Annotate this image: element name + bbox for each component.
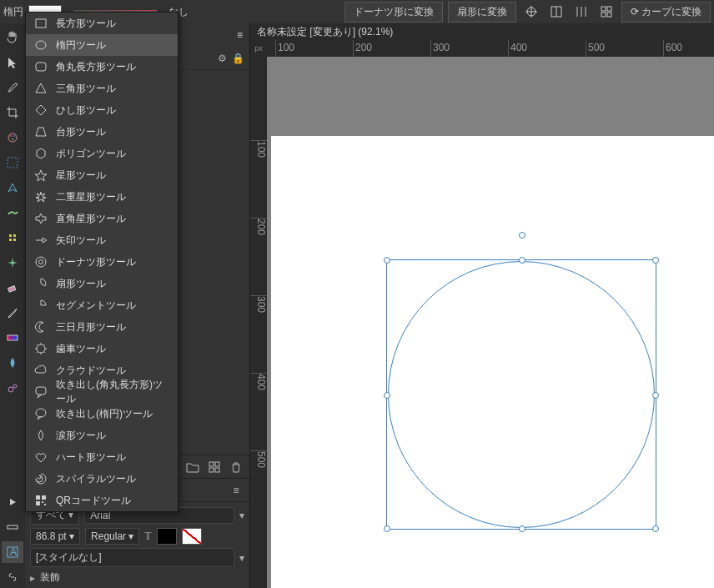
artboard[interactable] xyxy=(271,136,714,588)
shape-menu-item[interactable]: 角丸長方形ツール xyxy=(26,56,178,78)
convert-fan-button[interactable]: 扇形に変換 xyxy=(448,2,516,23)
shape-item-icon xyxy=(34,494,48,507)
svg-rect-21 xyxy=(8,286,16,292)
shape-menu-item[interactable]: 三日月形ツール xyxy=(26,316,178,338)
svg-rect-42 xyxy=(36,501,40,505)
ruler-icon[interactable] xyxy=(2,516,23,538)
selection-handle[interactable] xyxy=(652,525,659,532)
style-select[interactable]: [スタイルなし] xyxy=(30,548,234,567)
svg-rect-10 xyxy=(601,13,606,17)
svg-rect-20 xyxy=(13,239,16,241)
selection-handle[interactable] xyxy=(384,257,390,264)
align-icon-2[interactable] xyxy=(546,3,566,21)
selection-handle[interactable] xyxy=(384,525,390,532)
eyedropper-tool-icon[interactable] xyxy=(2,302,23,324)
play-icon[interactable] xyxy=(2,491,23,513)
shape-item-label: 歯車ツール xyxy=(56,342,106,356)
shape-menu-item[interactable]: 吹き出し(角丸長方形)ツール xyxy=(26,381,178,403)
shape-menu-item[interactable]: ポリゴンツール xyxy=(26,143,178,164)
selection-handle[interactable] xyxy=(519,257,525,264)
chevron-down-icon: ▾ xyxy=(239,552,244,564)
convert-curve-button[interactable]: ⟳ カーブに変換 xyxy=(621,2,711,23)
shape-menu-item[interactable]: ひし形ツール xyxy=(26,99,178,121)
move-tool-icon[interactable] xyxy=(2,52,23,73)
gear-icon[interactable]: ⚙ xyxy=(218,53,227,64)
shape-menu-item[interactable]: 二重星形ツール xyxy=(26,186,178,208)
lock-icon[interactable]: 🔒 xyxy=(232,53,244,64)
convert-donut-button[interactable]: ドーナツ形に変換 xyxy=(344,2,443,23)
brush-tool-icon[interactable] xyxy=(2,77,23,98)
shape-item-label: 扇形ツール xyxy=(56,277,106,291)
text-stroke-swatch[interactable] xyxy=(182,528,202,545)
current-tool-label: 楕円 xyxy=(3,5,23,19)
expand-icon[interactable]: ▸ xyxy=(30,572,35,584)
shape-menu-item[interactable]: 直角星形ツール xyxy=(26,208,178,229)
shape-menu-item[interactable]: 長方形ツール xyxy=(26,13,178,34)
pen-tool-icon[interactable] xyxy=(2,177,23,199)
shape-menu-item[interactable]: ドーナツ形ツール xyxy=(26,251,178,273)
selection-handle[interactable] xyxy=(519,525,525,532)
shape-item-icon xyxy=(34,168,48,182)
hand-tool-icon[interactable] xyxy=(2,27,23,48)
svg-rect-18 xyxy=(13,234,16,237)
shape-item-icon xyxy=(34,407,48,420)
text-color-swatch[interactable] xyxy=(157,528,177,545)
svg-point-12 xyxy=(8,133,17,142)
hamburger-icon[interactable]: ≡ xyxy=(228,482,244,499)
svg-rect-30 xyxy=(209,468,214,472)
crop-tool-icon[interactable] xyxy=(2,102,23,123)
marquee-tool-icon[interactable] xyxy=(2,152,23,173)
panel-menu-icon[interactable]: ≡ xyxy=(230,29,249,41)
shape-item-icon xyxy=(34,82,48,95)
eraser-tool-icon[interactable] xyxy=(2,277,23,299)
svg-point-14 xyxy=(13,135,15,137)
shape-menu-item[interactable]: スパイラルツール xyxy=(26,468,178,490)
blur-tool-icon[interactable] xyxy=(2,352,23,374)
shape-menu-item[interactable]: 涙形ツール xyxy=(26,425,178,446)
selection-handle[interactable] xyxy=(384,392,390,399)
shape-item-icon xyxy=(34,190,48,204)
font-weight-select[interactable]: Regular ▾ xyxy=(85,528,139,545)
shape-menu-item[interactable]: 星形ツール xyxy=(26,164,178,186)
text-settings-icon[interactable]: 𝕋 xyxy=(144,530,152,542)
sparkle-tool-icon[interactable] xyxy=(2,252,23,274)
clone-tool-icon[interactable] xyxy=(2,377,23,399)
grid-icon[interactable] xyxy=(596,3,616,21)
shape-menu-item[interactable]: ハート形ツール xyxy=(26,446,178,468)
shape-menu-item[interactable]: セグメントツール xyxy=(26,294,178,316)
svg-rect-40 xyxy=(36,495,40,500)
link-tool-icon[interactable] xyxy=(2,566,23,588)
selection-handle[interactable] xyxy=(652,392,659,399)
canvas[interactable] xyxy=(267,57,714,588)
paint-tool-icon[interactable] xyxy=(2,127,23,148)
svg-rect-8 xyxy=(601,7,606,11)
pixel-tool-icon[interactable] xyxy=(2,227,23,249)
svg-rect-28 xyxy=(209,462,214,466)
rotation-handle[interactable] xyxy=(519,232,525,239)
shape-item-label: 楕円ツール xyxy=(56,38,106,53)
text-frame-tool-icon[interactable]: A xyxy=(2,541,23,563)
shape-menu-item[interactable]: 三角形ツール xyxy=(26,78,178,99)
shape-menu-item[interactable]: QRコードツール xyxy=(26,490,178,511)
grid-view-icon[interactable] xyxy=(206,459,223,475)
svg-rect-11 xyxy=(607,13,611,17)
shape-item-label: 涙形ツール xyxy=(56,429,106,443)
shape-menu-item[interactable]: 歯車ツール xyxy=(26,338,178,359)
selection-handle[interactable] xyxy=(652,257,659,264)
svg-rect-17 xyxy=(9,234,12,237)
shape-menu-item[interactable]: 扇形ツール xyxy=(26,273,178,294)
shape-menu-item[interactable]: 楕円ツール xyxy=(26,34,178,56)
align-icon-1[interactable] xyxy=(521,3,541,21)
shape-item-label: ポリゴンツール xyxy=(56,147,126,161)
svg-rect-19 xyxy=(9,239,12,241)
shape-menu-item[interactable]: 矢印ツール xyxy=(26,229,178,251)
trash-icon[interactable] xyxy=(228,459,244,475)
gradient-tool-icon[interactable] xyxy=(2,327,23,349)
folder-icon[interactable] xyxy=(184,459,201,475)
shape-item-label: ひし形ツール xyxy=(56,103,116,118)
svg-rect-43 xyxy=(42,501,43,503)
shape-menu-item[interactable]: 台形ツール xyxy=(26,121,178,143)
font-size-field[interactable]: 86.8 pt ▾ xyxy=(30,528,80,545)
smudge-tool-icon[interactable] xyxy=(2,202,23,224)
align-icon-3[interactable] xyxy=(571,3,591,21)
